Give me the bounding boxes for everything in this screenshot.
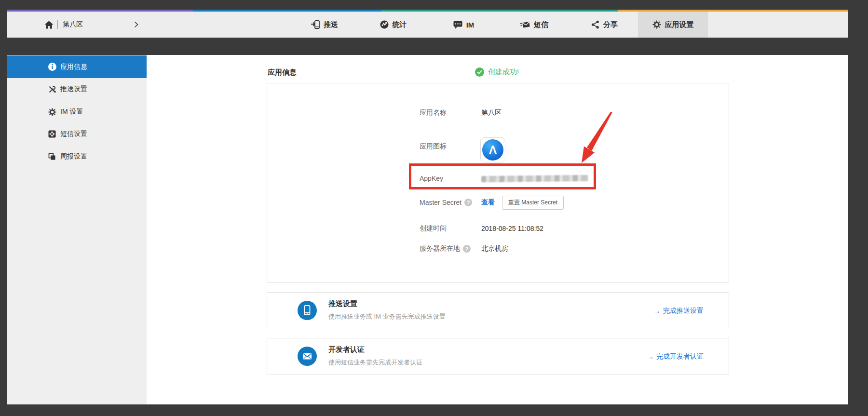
- check-circle-icon: [475, 67, 484, 77]
- link-text: 完成推送设置: [663, 307, 704, 315]
- breadcrumb: 第八区: [44, 12, 138, 38]
- app-icon-label: 应用图标: [420, 142, 481, 151]
- mail-circle-icon: [298, 347, 317, 366]
- server-location-value: 北京机房: [481, 244, 508, 253]
- gear-icon: [652, 20, 661, 29]
- developer-auth-desc: 使用短信业务需先完成开发者认证: [328, 358, 422, 367]
- status-text: 创建成功!: [488, 67, 519, 77]
- app-console-page: 第八区 推送 统计: [0, 0, 868, 416]
- master-secret-label: Master Secret ?: [420, 199, 481, 206]
- tab-label: IM: [466, 21, 475, 29]
- sidebar-item-weekly-report-settings[interactable]: 周报设置: [7, 146, 147, 168]
- help-question-icon[interactable]: ?: [463, 245, 471, 253]
- sms-icon: [520, 21, 530, 29]
- sidebar-item-sms-settings[interactable]: 短信设置: [7, 123, 147, 145]
- app-icon-glyph: Λ: [489, 144, 497, 156]
- master-secret-row: Master Secret ? 查看 重置 Master Secret: [420, 195, 564, 210]
- created-time-row: 创建时间 2018-08-25 11:08:52: [420, 224, 543, 233]
- server-location-row: 服务器所在地 ? 北京机房: [420, 244, 508, 254]
- appkey-row: AppKey: [420, 174, 588, 183]
- push-icon: [311, 20, 320, 29]
- complete-developer-auth-link[interactable]: → 完成开发者认证: [647, 338, 704, 375]
- sidebar-item-label: 周报设置: [60, 152, 87, 161]
- push-setup-title: 推送设置: [328, 299, 357, 309]
- tools-icon: [47, 84, 57, 94]
- master-secret-label-text: Master Secret: [420, 199, 461, 206]
- link-text: 完成开发者认证: [656, 352, 704, 361]
- tab-label: 分享: [603, 20, 618, 29]
- page-title: 应用信息: [268, 68, 297, 77]
- tab-label: 短信: [534, 20, 548, 29]
- appkey-masked-value: [481, 174, 588, 182]
- developer-auth-title: 开发者认证: [328, 345, 365, 354]
- phone-circle-icon: [298, 301, 317, 320]
- reset-master-secret-button[interactable]: 重置 Master Secret: [502, 196, 564, 210]
- app-name-row: 应用名称 第八区: [420, 108, 502, 118]
- appkey-label: AppKey: [420, 174, 481, 182]
- tab-stats[interactable]: 统计: [358, 12, 428, 38]
- breadcrumb-app-name[interactable]: 第八区: [63, 20, 125, 29]
- status-badge: 创建成功!: [475, 67, 519, 77]
- app-icon-row: 应用图标: [420, 142, 481, 151]
- top-navbar: 第八区 推送 统计: [7, 10, 848, 38]
- stats-icon: [380, 20, 389, 29]
- gear-icon: [47, 107, 57, 117]
- chevron-right-icon[interactable]: [134, 21, 138, 28]
- push-setup-card: 推送设置 使用推送业务或 IM 业务需先完成推送设置 → 完成推送设置: [267, 292, 729, 329]
- complete-push-setup-link[interactable]: → 完成推送设置: [654, 293, 704, 329]
- sidebar-item-push-settings[interactable]: 推送设置: [7, 78, 147, 100]
- gear-square-icon: [47, 129, 57, 139]
- app-icon-circle: Λ: [482, 139, 503, 161]
- arrow-right-icon: →: [654, 307, 661, 315]
- copy-pages-icon: [47, 152, 57, 161]
- tab-push[interactable]: 推送: [289, 12, 359, 38]
- info-icon: [47, 62, 57, 72]
- main-panel: 应用信息 推送设置: [7, 55, 848, 404]
- created-time-label: 创建时间: [420, 224, 481, 233]
- app-icon: Λ: [480, 137, 505, 162]
- app-info-card: 应用名称 第八区 应用图标 Λ AppKey Master Secret ?: [267, 83, 729, 283]
- tab-app-settings[interactable]: 应用设置: [638, 12, 708, 38]
- settings-sidebar: 应用信息 推送设置: [7, 55, 147, 404]
- sidebar-item-im-settings[interactable]: IM 设置: [7, 101, 147, 123]
- created-time-value: 2018-08-25 11:08:52: [481, 225, 543, 232]
- arrow-right-icon: →: [647, 353, 654, 361]
- tab-share[interactable]: 分享: [570, 12, 639, 38]
- home-icon[interactable]: [44, 21, 54, 29]
- tab-sms[interactable]: 短信: [499, 12, 569, 38]
- view-master-secret-link[interactable]: 查看: [481, 198, 495, 207]
- tab-label: 统计: [393, 20, 407, 29]
- server-location-label-text: 服务器所在地: [420, 244, 460, 253]
- tab-label: 应用设置: [665, 20, 694, 29]
- sidebar-item-label: 应用信息: [60, 63, 87, 71]
- im-chat-icon: [453, 21, 462, 29]
- app-name-label: 应用名称: [420, 108, 481, 117]
- tab-im[interactable]: IM: [429, 12, 499, 38]
- app-name-value: 第八区: [481, 108, 502, 117]
- sidebar-item-label: 短信设置: [60, 130, 87, 138]
- help-question-icon[interactable]: ?: [464, 199, 472, 206]
- server-location-label: 服务器所在地 ?: [420, 244, 481, 253]
- tab-label: 推送: [324, 20, 338, 29]
- sidebar-item-label: 推送设置: [60, 85, 87, 94]
- sidebar-item-app-info[interactable]: 应用信息: [7, 55, 147, 78]
- developer-auth-card: 开发者认证 使用短信业务需先完成开发者认证 → 完成开发者认证: [267, 338, 729, 375]
- sidebar-item-label: IM 设置: [60, 107, 83, 116]
- share-icon: [591, 20, 599, 29]
- breadcrumb-divider: [57, 20, 58, 29]
- push-setup-desc: 使用推送业务或 IM 业务需先完成推送设置: [328, 312, 446, 321]
